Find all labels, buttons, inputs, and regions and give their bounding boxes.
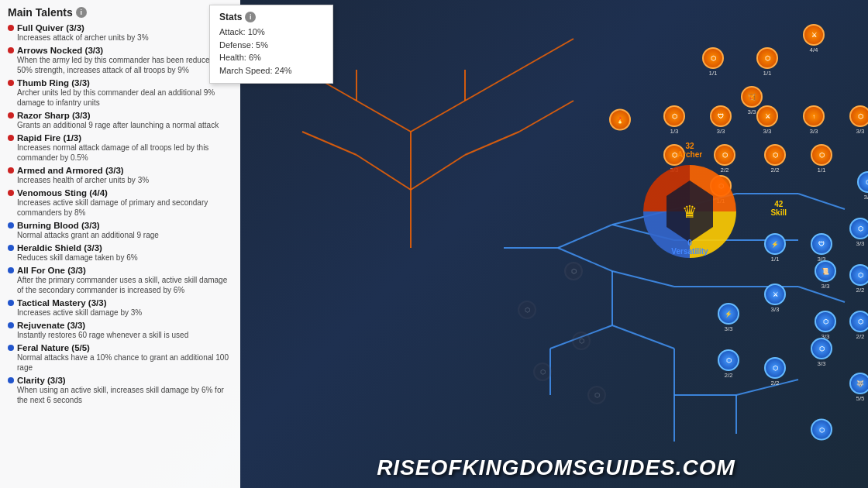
talent-dot (8, 377, 14, 383)
blue-node-far-3[interactable]: ⬡ 2/2 (849, 311, 868, 340)
talent-desc: Increases normal attack damage of all tr… (17, 143, 232, 163)
talent-dot (8, 112, 14, 119)
skill-label: Skill (770, 208, 787, 217)
talent-desc: Normal attacks grant an additional 9 rag… (17, 230, 232, 240)
blue-lower-3[interactable]: ⬡ 3/3 (811, 338, 832, 367)
talent-name: Heraldic Shield (3/3) (8, 243, 232, 253)
blue-node-1[interactable]: 🛡 3/3 (811, 233, 832, 263)
talent-item: Clarity (3/3)When using an active skill,… (8, 376, 232, 405)
panel-title: Main Talents i (8, 6, 232, 19)
commander-display: ♛ 32 Archer 42 Skill 0 Versatility (636, 157, 744, 269)
blue-node-2[interactable]: ⚡ 1/1 (764, 233, 786, 263)
talent-dot (8, 135, 14, 141)
stats-line: Attack: 10% (219, 26, 323, 39)
talent-name: Thumb Ring (3/3) (8, 78, 232, 88)
blue-node-col-1[interactable]: 📜 3/3 (815, 260, 836, 290)
talent-dot (8, 267, 14, 273)
talent-item: Heraldic Shield (3/3)Reduces skill damag… (8, 243, 232, 263)
node-row5-4[interactable]: ⬡ 1/1 (811, 144, 832, 174)
blue-bottom-1[interactable]: ⬡ 2/2 (718, 349, 739, 379)
talent-desc: After the primary commander uses a skill… (17, 275, 232, 295)
talent-name: Burning Blood (3/3) (8, 221, 232, 230)
talent-desc: Instantly restores 60 rage whenever a sk… (17, 330, 232, 340)
talent-desc: Increases health of archer units by 3% (17, 175, 232, 185)
svg-line-27 (798, 194, 845, 209)
node-top-1[interactable]: ⚔ 4/4 (803, 24, 825, 53)
node-row4-2[interactable]: ⬡ 1/3 (663, 105, 685, 135)
talent-name: Razor Sharp (3/3) (8, 111, 232, 120)
talent-dot (8, 190, 14, 196)
blue-node-far-2[interactable]: ⬡ 2/2 (849, 264, 868, 294)
blue-lower-2[interactable]: ⚡ 3/3 (718, 303, 739, 332)
talent-name: Venomous Sting (4/4) (8, 188, 232, 198)
talent-item: Burning Blood (3/3)Normal attacks grant … (8, 221, 232, 240)
svg-line-2 (356, 101, 411, 132)
blue-bottom-2[interactable]: ⬡ 2/2 (764, 357, 786, 387)
talent-item: All For One (3/3)After the primary comma… (8, 266, 232, 295)
stats-popup-title: Stats i (219, 12, 323, 22)
talent-item: Rapid Fire (1/3)Increases normal attack … (8, 133, 232, 163)
blue-bottom-4[interactable]: ⬡ (811, 419, 832, 442)
talent-dot (8, 80, 14, 86)
svg-line-12 (302, 132, 356, 155)
inactive-node-1: ⬡ (564, 262, 583, 280)
talent-desc: Normal attacks have a 10% chance to gran… (17, 352, 232, 373)
versatility-label: Versatility (671, 247, 708, 256)
talent-item: Arrows Nocked (3/3)When the army led by … (8, 46, 232, 75)
node-row4-6[interactable]: ⬡ 3/3 (849, 105, 868, 135)
archer-value: 32 (685, 142, 694, 150)
talent-desc: Archer units led by this commander deal … (17, 88, 232, 108)
blue-node-col-2[interactable]: ⬡ 3/3 (815, 311, 836, 340)
blue-node-far-1[interactable]: ⬡ 3/3 (849, 218, 868, 247)
left-panel: Main Talents i Full Quiver (3/3)Increase… (0, 0, 240, 488)
talent-dot (8, 345, 14, 351)
node-row4-5[interactable]: ↑ 3/3 (803, 105, 825, 135)
talent-item: Feral Nature (5/5)Normal attacks have a … (8, 343, 232, 373)
inactive-node-2: ⬡ (518, 301, 536, 319)
talent-tree-area: ⚔ 4/4 ⬡ 1/1 ⬡ 1/1 🏹 3/3 🔥 ⬡ 1/3 🛡 3/3 ⚔ … (240, 0, 868, 488)
talent-name: Tactical Mastery (3/3) (8, 298, 232, 308)
svg-line-7 (465, 70, 519, 101)
svg-line-3 (411, 101, 465, 132)
talent-dot (8, 47, 14, 53)
talent-item: Rejuvenate (3/3)Instantly restores 60 ra… (8, 321, 232, 340)
talent-dot (8, 300, 14, 306)
talent-name: All For One (3/3) (8, 266, 232, 275)
talent-item: Thumb Ring (3/3)Archer units led by this… (8, 78, 232, 108)
skill-value: 42 (774, 200, 783, 208)
stats-line: Defense: 5% (219, 39, 323, 52)
inactive-node-3: ⬡ (572, 332, 591, 350)
talent-desc: Reduces skill damage taken by 6% (17, 253, 232, 263)
info-icon[interactable]: i (76, 7, 87, 18)
blue-bottom-3[interactable]: 🐺 5/5 (849, 373, 868, 402)
talent-name: Rapid Fire (1/3) (8, 133, 232, 143)
talent-name: Armed and Armored (3/3) (8, 166, 232, 175)
stats-popup: Stats i Attack: 10%Defense: 5%Health: 6%… (209, 5, 333, 84)
node-row4-3[interactable]: 🛡 3/3 (710, 105, 732, 135)
archer-label: Archer (677, 150, 702, 159)
node-row4-4[interactable]: ⚔ 3/3 (756, 105, 778, 135)
blue-node-vfar-1[interactable]: ⬡ 3/3 (857, 171, 868, 201)
node-top-2[interactable]: ⬡ 1/1 (702, 47, 724, 77)
node-row5-3[interactable]: ⬡ 2/2 (764, 144, 786, 174)
talent-dot (8, 222, 14, 229)
stats-info-icon[interactable]: i (245, 12, 256, 22)
talent-dot (8, 167, 14, 174)
talent-name: Arrows Nocked (3/3) (8, 46, 232, 55)
svg-line-11 (411, 155, 465, 190)
talent-item: Tactical Mastery (3/3)Increases active s… (8, 298, 232, 318)
node-row4-1[interactable]: 🔥 (609, 109, 631, 132)
talent-item: Venomous Sting (4/4)Increases active ski… (8, 188, 232, 218)
talent-item: Full Quiver (3/3)Increases attack of arc… (8, 23, 232, 43)
svg-line-20 (612, 271, 674, 287)
stats-line: March Speed: 24% (219, 64, 323, 77)
talent-name: Feral Nature (5/5) (8, 343, 232, 352)
talent-desc: Grants an additional 9 rage after launch… (17, 120, 232, 130)
node-top-3[interactable]: ⬡ 1/1 (756, 47, 778, 77)
svg-line-8 (519, 39, 574, 70)
talent-dot (8, 322, 14, 328)
inactive-node-5: ⬡ (587, 386, 606, 404)
inactive-node-4: ⬡ (533, 363, 552, 381)
blue-lower-1[interactable]: ⚔ 3/3 (764, 284, 786, 313)
talent-desc: When using an active skill, increases sk… (17, 385, 232, 405)
